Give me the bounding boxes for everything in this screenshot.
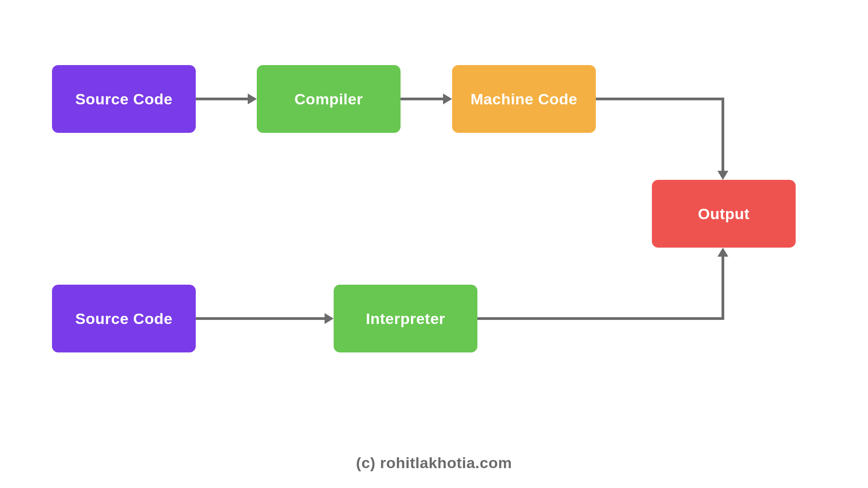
output-box: Output xyxy=(652,180,796,248)
source-code-label-1: Source Code xyxy=(75,90,172,108)
source-code-box-2: Source Code xyxy=(52,285,196,352)
arrowhead-source1-compiler xyxy=(248,94,257,104)
arrow-interpreter-output-h xyxy=(477,317,724,320)
arrow-compiler-machine xyxy=(401,98,443,100)
arrowhead-interpreter-output xyxy=(717,248,728,257)
credit-text: (c) rohitlakhotia.com xyxy=(0,454,868,472)
compiler-label: Compiler xyxy=(294,90,363,108)
arrowhead-compiler-machine xyxy=(443,94,452,104)
interpreter-box: Interpreter xyxy=(334,285,477,352)
arrowhead-source2-interpreter xyxy=(325,313,334,324)
compiler-box: Compiler xyxy=(257,65,401,133)
arrow-source1-compiler xyxy=(196,98,248,100)
arrow-machine-output-h xyxy=(596,98,724,100)
source-code-label-2: Source Code xyxy=(75,310,172,328)
interpreter-label: Interpreter xyxy=(366,310,445,328)
arrow-interpreter-output-v xyxy=(722,256,724,320)
source-code-box-1: Source Code xyxy=(52,65,196,133)
arrowhead-machine-output xyxy=(717,171,728,180)
machine-code-label: Machine Code xyxy=(471,90,577,108)
arrow-machine-output-v xyxy=(722,98,724,172)
machine-code-box: Machine Code xyxy=(452,65,596,133)
output-label: Output xyxy=(698,205,750,223)
arrow-source2-interpreter xyxy=(196,317,325,320)
